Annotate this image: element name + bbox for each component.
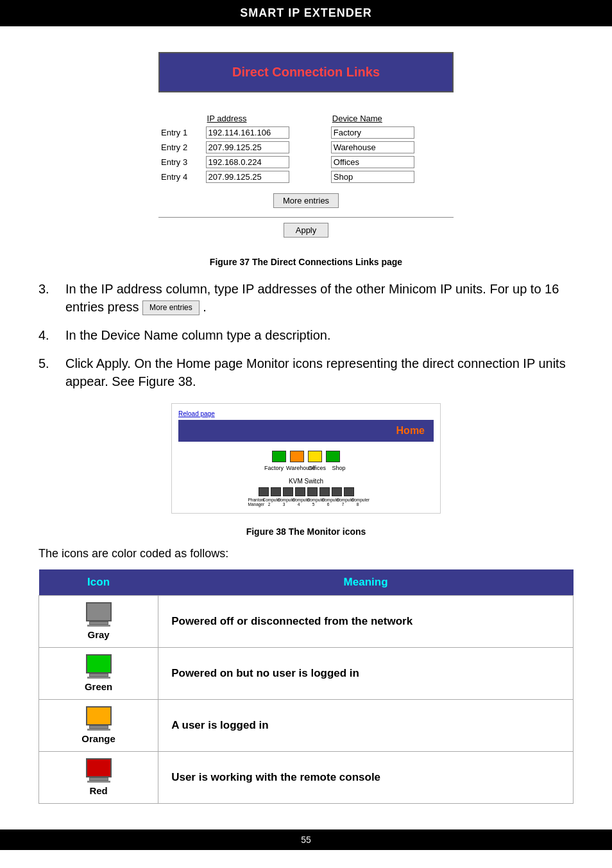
- color-intro: The icons are color coded as follows:: [38, 547, 574, 560]
- entry-ip-3[interactable]: [203, 155, 328, 169]
- entry-table: IP address Device Name Entry 1 Entry 2 E…: [158, 112, 454, 184]
- table-row: Entry 2: [158, 140, 454, 155]
- entry-device-4[interactable]: [328, 169, 454, 184]
- monitor-labels-row: FactoryWarehouseOfficesShop: [178, 465, 434, 471]
- icon-table-row: Green Powered on but no user is logged i…: [39, 648, 574, 700]
- list-content-4: In the Device Name column type a descrip…: [65, 326, 574, 344]
- kvm-label-item: Phantom Manager: [248, 498, 261, 507]
- kvm-label-item: Computer 7: [337, 498, 350, 507]
- monitor-box: [308, 451, 322, 462]
- icon-table-row: Orange A user is logged in: [39, 700, 574, 752]
- entry-ip-1[interactable]: [203, 125, 328, 140]
- kvm-box: [344, 487, 354, 496]
- list-item-3: 3. In the IP address column, type IP add…: [38, 280, 574, 316]
- icon-cell-green: Green: [39, 648, 158, 700]
- kvm-box: [319, 487, 330, 496]
- meaning-cell-green: Powered on but no user is logged in: [158, 648, 574, 700]
- numbered-list: 3. In the IP address column, type IP add…: [38, 280, 574, 390]
- monitor-label: Warehouse: [286, 465, 304, 471]
- kvm-box: [295, 487, 305, 496]
- list-num-3: 3.: [38, 280, 62, 298]
- kvm-label-item: Computer 5: [307, 498, 320, 507]
- kvm-box: [259, 487, 269, 496]
- kvm-label: KVM Switch: [178, 478, 434, 485]
- home-label: Home: [396, 425, 425, 436]
- entry-ip-4[interactable]: [203, 169, 328, 184]
- list-content-5: Click Apply. On the Home page Monitor ic…: [65, 354, 574, 390]
- list-text-3-after: .: [203, 300, 207, 314]
- kvm-box: [271, 487, 281, 496]
- list-item-4: 4. In the Device Name column type a desc…: [38, 326, 574, 344]
- more-entries-button[interactable]: More entries: [273, 193, 339, 208]
- entry-device-3[interactable]: [328, 155, 454, 169]
- meaning-cell-red: User is working with the remote console: [158, 752, 574, 804]
- entry-ip-input-4[interactable]: [206, 171, 289, 183]
- icon-table-col-meaning: Meaning: [158, 569, 574, 596]
- monitor-large-red: Red: [86, 758, 112, 796]
- entry-device-input-2[interactable]: [331, 141, 414, 153]
- monitor-label: Offices: [308, 465, 326, 471]
- entry-ip-input-3[interactable]: [206, 156, 289, 168]
- entry-device-2[interactable]: [328, 140, 454, 155]
- meaning-cell-gray: Powered off or disconnected from the net…: [158, 596, 574, 648]
- icon-name-red: Red: [86, 785, 112, 796]
- entry-device-input-3[interactable]: [331, 156, 414, 168]
- kvm-icons-row: [178, 487, 434, 496]
- monitor-large-gray: Gray: [86, 602, 112, 640]
- table-row: Entry 3: [158, 155, 454, 169]
- figure37-caption: Figure 37 The Direct Connections Links p…: [38, 257, 574, 267]
- page-header: SMART IP EXTENDER: [0, 0, 612, 26]
- entry-device-input-1[interactable]: [331, 126, 414, 139]
- divider: [158, 217, 454, 218]
- more-entries-inline-btn[interactable]: More entries: [142, 300, 200, 315]
- entry-label-2: Entry 2: [158, 140, 203, 155]
- monitor-icon: [326, 451, 340, 462]
- entry-device-input-4[interactable]: [331, 171, 414, 183]
- kvm-label-item: Computer 8: [352, 498, 364, 507]
- fig38-panel: Reload page Home FactoryWarehouseOffices…: [171, 403, 441, 514]
- col-device-header: Device Name: [328, 112, 454, 125]
- monitor-label: Factory: [264, 465, 282, 471]
- table-row: Entry 4: [158, 169, 454, 184]
- entry-ip-input-1[interactable]: [206, 126, 289, 139]
- entry-ip-input-2[interactable]: [206, 141, 289, 153]
- kvm-labels-row: Phantom ManagerComputer 2Computer 3Compu…: [178, 498, 434, 507]
- kvm-box: [283, 487, 293, 496]
- icon-table: Icon Meaning Gray Powered off or disconn…: [38, 569, 574, 804]
- monitor-large-green: Green: [85, 654, 112, 692]
- list-item-5: 5. Click Apply. On the Home page Monitor…: [38, 354, 574, 390]
- entry-label-1: Entry 1: [158, 125, 203, 140]
- monitor-box: [290, 451, 304, 462]
- list-num-4: 4.: [38, 326, 62, 344]
- dcl-title: Direct Connection Links: [232, 65, 380, 79]
- list-content-3: In the IP address column, type IP addres…: [65, 280, 574, 316]
- icon-table-col-icon: Icon: [39, 569, 158, 596]
- monitor-icon: [272, 451, 286, 462]
- entry-ip-2[interactable]: [203, 140, 328, 155]
- kvm-label-item: Computer 6: [322, 498, 335, 507]
- monitor-icons-row: [178, 451, 434, 462]
- kvm-label-item: Computer 2: [263, 498, 276, 507]
- icon-cell-gray: Gray: [39, 596, 158, 648]
- kvm-box: [332, 487, 342, 496]
- icon-table-row: Gray Powered off or disconnected from th…: [39, 596, 574, 648]
- reload-link[interactable]: Reload page: [178, 410, 434, 417]
- list-num-5: 5.: [38, 354, 62, 372]
- monitor-label: Shop: [330, 465, 348, 471]
- apply-button[interactable]: Apply: [284, 223, 329, 238]
- icon-cell-orange: Orange: [39, 700, 158, 752]
- dcl-panel: Direct Connection Links: [158, 52, 454, 92]
- kvm-label-item: Computer 4: [293, 498, 305, 507]
- home-bar: Home: [178, 420, 434, 442]
- icon-name-green: Green: [85, 681, 112, 692]
- monitor-large-orange: Orange: [81, 706, 115, 744]
- form-area: IP address Device Name Entry 1 Entry 2 E…: [158, 112, 454, 238]
- table-row: Entry 1: [158, 125, 454, 140]
- fig38-caption: Figure 38 The Monitor icons: [38, 526, 574, 537]
- icon-name-gray: Gray: [86, 629, 112, 640]
- list-text-3-before: In the IP address column, type IP addres…: [65, 282, 559, 314]
- main-content: Direct Connection Links IP address Devic…: [0, 26, 612, 817]
- kvm-label-item: Computer 3: [278, 498, 291, 507]
- monitor-icon: [308, 451, 322, 462]
- entry-device-1[interactable]: [328, 125, 454, 140]
